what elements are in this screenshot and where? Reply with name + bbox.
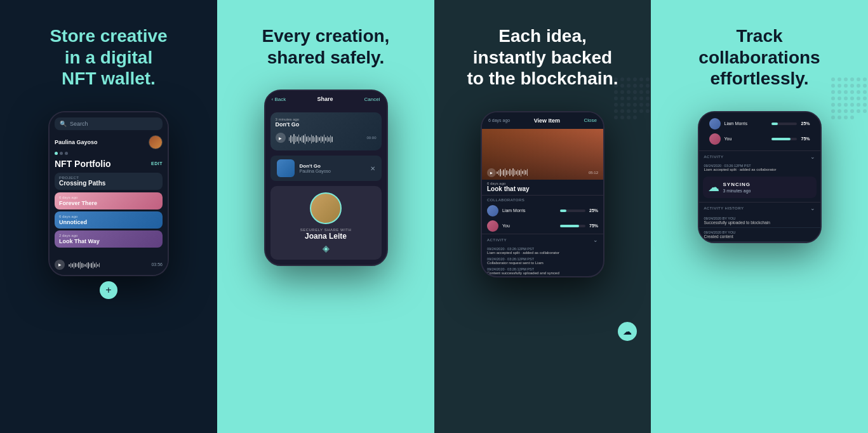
activity-item-1: 09/24/2020 · 03:26:12PM PST Liam accepte…: [482, 246, 603, 256]
recipient-avatar: [310, 192, 342, 224]
collab2-name: You: [724, 137, 768, 141]
track1-meta: 6 days ago: [59, 196, 158, 199]
share-title: Share: [317, 96, 333, 102]
dot: [65, 152, 68, 155]
portfolio-title-row: NFT Portfolio EDIT: [55, 159, 163, 169]
collab2-avatar: [487, 220, 498, 232]
avatar: [149, 135, 163, 149]
panel-nft-wallet: Store creative in a digital NFT wallet. …: [0, 0, 217, 433]
back-button[interactable]: ‹ Back: [272, 97, 286, 102]
collab1-avatar: [487, 205, 498, 216]
panel2-headline: Every creation, shared safely.: [262, 25, 390, 68]
panel4-headline: Track collaborations effortlessly.: [698, 25, 820, 90]
panel-blockchain: Each idea, instantly backed to the block…: [434, 0, 651, 433]
history1-text: Successfully uploaded to blockchain: [704, 220, 815, 225]
syncing-time: 3 minutes ago: [723, 189, 751, 193]
history-header: ACTIVITY HISTORY ⌄: [699, 202, 820, 214]
close-icon[interactable]: ✕: [370, 165, 375, 172]
track1-name: Forever There: [59, 200, 158, 206]
panel-collaborations: Track collaborations effortlessly. Liam …: [651, 0, 868, 433]
edit-button[interactable]: EDIT: [151, 161, 163, 166]
track3-name: Look That Way: [59, 238, 158, 244]
play-button[interactable]: ▶: [55, 260, 65, 270]
search-bar[interactable]: 🔍 Search: [55, 117, 163, 130]
phone-mockup-1: 🔍 Search Paulina Gayoso NFT Portfolio ED…: [48, 111, 169, 276]
syncing-section: ☁ SYNCING 3 minutes ago: [703, 177, 817, 198]
panel-share: Every creation, shared safely. ‹ Back Sh…: [217, 0, 434, 433]
phone-mockup-4: Liam Morris 25% You 75% ACTIVITY ⌄ 09/24…: [698, 111, 822, 243]
track-info: Don't Go Paulina Gayoso: [300, 163, 365, 173]
track-time: 03:56: [151, 262, 163, 267]
history-item-1: 09/24/2020 BY YOU Successfully uploaded …: [699, 214, 820, 228]
search-text: Search: [70, 121, 88, 127]
collab2-bar: [560, 225, 585, 227]
profile-row: Paulina Gayoso: [55, 135, 163, 149]
share-header: ‹ Back Share Cancel: [265, 91, 387, 107]
track-name: Look that way: [482, 185, 603, 192]
chevron-down-icon: ⌄: [810, 205, 815, 211]
cancel-button[interactable]: Cancel: [364, 97, 380, 102]
project-card[interactable]: PROJECT Crossing Paths: [55, 173, 163, 190]
activity2-text: Collaborator request sent to Liam: [487, 261, 598, 265]
audio-controls: ▶: [50, 255, 168, 275]
track-image: ▶: [482, 129, 603, 180]
blockchain-button[interactable]: ☁: [618, 322, 637, 341]
decorative-grid-4: [830, 76, 868, 203]
activity-item-2: 09/24/2020 · 03:26:12PM PST Collaborator…: [482, 256, 603, 266]
cloud-icon: ☁: [623, 326, 632, 336]
page-dots: [55, 152, 163, 155]
activity-label: ACTIVITY: [704, 155, 724, 159]
dot: [60, 152, 63, 155]
close-button[interactable]: Close: [584, 117, 597, 123]
collab2-pct: 75%: [801, 137, 810, 141]
history2-text: Created content: [704, 234, 815, 239]
history-item-2: 09/24/2020 BY YOU Created content: [699, 228, 820, 242]
view-header: 6 days ago View Item Close: [482, 112, 603, 129]
dot-active: [55, 152, 58, 155]
audio-card[interactable]: 3 minutes ago Don't Go ▶: [270, 112, 382, 150]
track-duration: 05:12: [589, 171, 598, 175]
track-thumbnail: [277, 159, 295, 177]
collab1-pct: 25%: [801, 121, 810, 126]
track-item-name: Don't Go: [300, 163, 365, 169]
track-card-3[interactable]: 2 days ago Look That Way: [55, 230, 163, 248]
collab1-pct: 25%: [589, 208, 598, 213]
fingerprint-icon: ◈: [323, 243, 330, 253]
recipient-name: Joana Leite: [305, 232, 347, 241]
search-icon: 🔍: [60, 121, 67, 127]
track-card-2[interactable]: 6 days ago Unnoticed: [55, 211, 163, 229]
chevron-down-icon: ⌄: [593, 237, 598, 243]
waveform: [69, 261, 100, 270]
panel3-headline: Each idea, instantly backed to the block…: [467, 25, 618, 90]
collaborator-row-2: You 75%: [704, 131, 815, 147]
activity1-text: Liam accepted split · added as collabora…: [487, 251, 598, 255]
user-name: Paulina Gayoso: [55, 139, 98, 145]
collab1-avatar: [709, 118, 721, 130]
history-label: ACTIVITY HISTORY: [704, 206, 744, 210]
activity-header: ACTIVITY ⌄: [699, 150, 820, 163]
collab1-bar: [560, 210, 585, 212]
phone-mockup-2: ‹ Back Share Cancel 3 minutes ago Don't …: [264, 90, 388, 266]
syncing-label: SYNCING: [723, 182, 751, 187]
track2-meta: 6 days ago: [59, 215, 158, 218]
project-name: Crossing Paths: [59, 180, 158, 187]
decorative-grid: [613, 76, 651, 203]
activity-item-3: 09/24/2020 · 03:26:12PM PST Content succ…: [482, 266, 603, 276]
cloud-icon: ☁: [708, 180, 719, 194]
chevron-down-icon: ⌄: [810, 154, 815, 160]
panel1-headline: Store creative in a digital NFT wallet.: [50, 25, 167, 90]
activity-label: ACTIVITY: [487, 238, 507, 242]
portfolio-title: NFT Portfolio: [55, 159, 111, 169]
phone-mockup-3: 6 days ago View Item Close ▶: [481, 111, 604, 277]
add-button[interactable]: +: [100, 281, 117, 299]
play-button[interactable]: ▶: [276, 133, 286, 143]
track-card-1[interactable]: 6 days ago Forever There: [55, 192, 163, 210]
item-meta: 6 days ago: [488, 118, 510, 123]
track-list-item[interactable]: Don't Go Paulina Gayoso ✕: [270, 156, 382, 181]
collab1-name: Liam Morris: [502, 208, 556, 213]
collab2-bar: [771, 138, 797, 140]
view-title: View Item: [534, 117, 560, 124]
activity3-text: Content successfully uploaded and synced: [487, 271, 598, 275]
track2-name: Unnoticed: [59, 219, 158, 225]
collab2-pct: 75%: [589, 223, 598, 228]
